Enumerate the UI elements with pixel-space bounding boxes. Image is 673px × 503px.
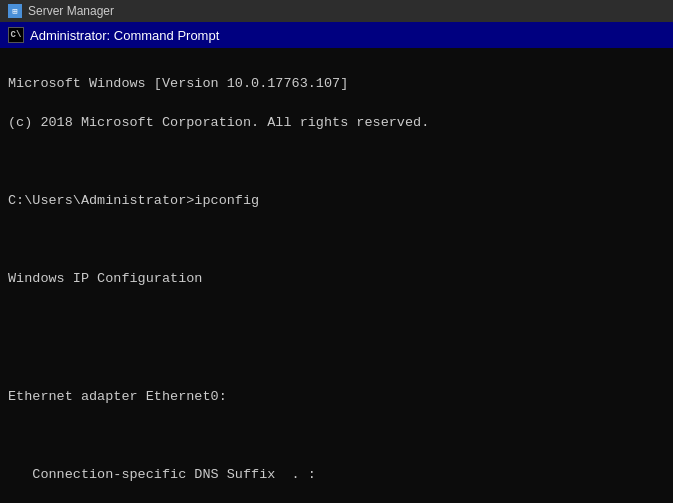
server-manager-icon: ⊞: [8, 4, 22, 18]
terminal-line: Ethernet adapter Ethernet0:: [8, 387, 665, 407]
cmd-title-bar: C\ Administrator: Command Prompt: [0, 22, 673, 48]
terminal-content[interactable]: Microsoft Windows [Version 10.0.17763.10…: [0, 48, 673, 503]
terminal-line: [8, 230, 665, 250]
terminal-line: Windows IP Configuration: [8, 269, 665, 289]
terminal-line: C:\Users\Administrator>ipconfig: [8, 191, 665, 211]
terminal-line: Microsoft Windows [Version 10.0.17763.10…: [8, 74, 665, 94]
terminal-line: [8, 152, 665, 172]
cmd-title: Administrator: Command Prompt: [30, 28, 219, 43]
terminal-line: (c) 2018 Microsoft Corporation. All righ…: [8, 113, 665, 133]
cmd-icon: C\: [8, 27, 24, 43]
server-manager-bar: ⊞ Server Manager: [0, 0, 673, 22]
terminal-line: Connection-specific DNS Suffix . :: [8, 465, 665, 485]
terminal-line: [8, 308, 665, 328]
terminal-line: [8, 426, 665, 446]
server-manager-title: Server Manager: [28, 4, 114, 18]
terminal-line: [8, 347, 665, 367]
